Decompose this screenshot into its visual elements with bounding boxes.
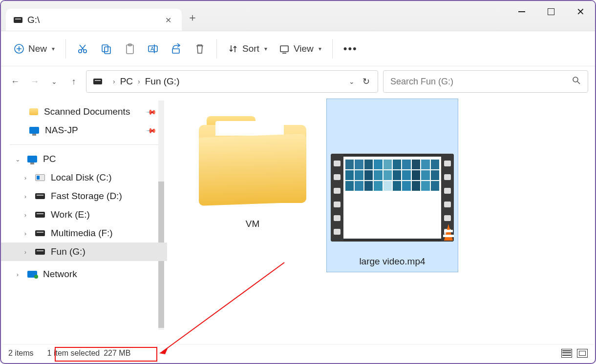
chevron-right-icon[interactable]: ›: [21, 193, 29, 200]
selection-status: 1 item selected: [47, 349, 100, 358]
drive-icon: [35, 193, 45, 199]
cut-button[interactable]: [71, 39, 94, 59]
sidebar-item-label: Scanned Documents: [44, 106, 130, 117]
recent-button[interactable]: ⌄: [47, 74, 62, 89]
monitor-icon: [29, 127, 39, 134]
tab-title: G:\: [27, 15, 40, 25]
copy-icon: [100, 43, 112, 55]
new-button[interactable]: New ▾: [8, 40, 61, 58]
local-disk-icon: [35, 174, 45, 181]
breadcrumb-pc[interactable]: PC: [119, 76, 134, 87]
search-icon[interactable]: [572, 76, 581, 87]
chevron-right-icon[interactable]: ›: [21, 174, 29, 182]
breadcrumb-separator: ›: [109, 78, 119, 85]
folder-icon: [29, 108, 38, 115]
sidebar-item-drive-g[interactable]: ›Fun (G:): [1, 243, 167, 261]
back-button[interactable]: ←: [8, 74, 22, 89]
sidebar-item-drive-e[interactable]: ›Work (E:): [1, 205, 167, 224]
sidebar-item-label: Fast Storage (D:): [51, 191, 122, 202]
pin-icon: 📌: [146, 124, 157, 136]
view-button[interactable]: View ▾: [273, 40, 327, 58]
divider: [332, 39, 333, 59]
up-button[interactable]: ↑: [66, 74, 81, 89]
svg-line-18: [577, 81, 580, 84]
svg-rect-8: [105, 47, 110, 54]
pc-icon: [27, 156, 37, 162]
copy-button[interactable]: [94, 39, 118, 59]
chevron-right-icon[interactable]: ›: [14, 271, 21, 278]
view-label: View: [294, 43, 314, 54]
more-button[interactable]: •••: [338, 42, 363, 55]
network-icon: [27, 271, 37, 278]
chevron-down-icon: ▾: [52, 45, 55, 52]
paste-button[interactable]: [118, 39, 141, 59]
drive-icon: [35, 230, 45, 236]
file-item-video[interactable]: large video.mp4: [326, 99, 458, 272]
item-count: 2 items: [8, 349, 34, 358]
sidebar-item-label: NAS-JP: [45, 125, 78, 136]
chevron-down-icon: ▾: [264, 45, 267, 52]
pin-icon: 📌: [146, 106, 157, 117]
drive-icon: [93, 79, 102, 84]
drive-icon: [35, 212, 45, 218]
toolbar: New ▾ A Sort ▾ View ▾ •••: [1, 31, 595, 66]
folder-item-vm[interactable]: VM: [187, 99, 319, 234]
chevron-down-icon[interactable]: ⌄: [14, 156, 21, 163]
add-tab-button[interactable]: ＋: [182, 7, 203, 28]
chevron-right-icon[interactable]: ›: [21, 248, 29, 256]
sidebar-item-drive-d[interactable]: ›Fast Storage (D:): [1, 187, 167, 205]
main-area: Scanned Documents 📌 NAS-JP 📌 ⌄ PC ›Local…: [1, 98, 595, 364]
sidebar-item-label: PC: [43, 154, 56, 164]
rename-button[interactable]: A: [141, 39, 165, 59]
plus-circle-icon: [14, 43, 24, 54]
close-tab-icon[interactable]: ✕: [162, 16, 174, 25]
close-window-button[interactable]: ✕: [566, 1, 595, 22]
file-list[interactable]: VM large video.mp4: [167, 98, 595, 364]
sidebar-item-drive-c[interactable]: ›Local Disk (C:): [1, 168, 167, 187]
new-label: New: [28, 43, 47, 54]
sidebar: Scanned Documents 📌 NAS-JP 📌 ⌄ PC ›Local…: [1, 98, 167, 364]
divider: [65, 39, 66, 59]
chevron-right-icon[interactable]: ›: [21, 230, 29, 237]
item-label: VM: [246, 219, 260, 229]
share-button[interactable]: [165, 39, 188, 59]
details-view-button[interactable]: [561, 349, 572, 358]
chevron-right-icon[interactable]: ›: [21, 211, 29, 219]
sort-icon: [228, 43, 238, 54]
search-input[interactable]: [390, 77, 572, 87]
scissors-icon: [77, 43, 88, 55]
svg-rect-7: [102, 45, 108, 52]
share-icon: [170, 43, 182, 55]
delete-button[interactable]: [188, 39, 212, 59]
forward-button[interactable]: →: [27, 74, 42, 89]
svg-text:A: A: [150, 46, 154, 52]
drive-icon: [14, 17, 22, 23]
sidebar-item-network[interactable]: ›Network: [1, 265, 167, 283]
video-thumbnail: [331, 154, 454, 242]
window-controls: ✕: [507, 1, 595, 22]
selection-size: 227 MB: [104, 349, 130, 358]
thumbnails-view-button[interactable]: [577, 349, 588, 358]
rename-icon: A: [147, 43, 159, 55]
breadcrumb-separator: ›: [134, 78, 144, 85]
view-icon: [279, 43, 290, 54]
history-chevron-icon[interactable]: ⌄: [349, 78, 355, 85]
refresh-button[interactable]: ↻: [362, 76, 370, 87]
breadcrumb-drive[interactable]: Fun (G:): [144, 76, 181, 87]
folder-icon: [199, 116, 306, 204]
sidebar-item-drive-f[interactable]: ›Multimedia (F:): [1, 224, 167, 243]
address-bar[interactable]: › PC › Fun (G:) ⌄ ↻: [86, 70, 378, 93]
sidebar-item-label: Fun (G:): [51, 246, 85, 257]
maximize-button[interactable]: [536, 1, 566, 22]
sidebar-item-pc[interactable]: ⌄ PC: [1, 150, 167, 168]
search-box[interactable]: [383, 70, 588, 93]
item-label: large video.mp4: [359, 256, 425, 267]
sidebar-item-label: Multimedia (F:): [51, 228, 113, 239]
minimize-button[interactable]: [507, 1, 536, 22]
sidebar-item-scanned[interactable]: Scanned Documents 📌: [1, 102, 167, 121]
trash-icon: [194, 43, 206, 55]
tab-g-drive[interactable]: G:\ ✕: [6, 9, 182, 31]
sort-button[interactable]: Sort ▾: [222, 40, 273, 58]
divider: [10, 144, 158, 145]
sidebar-item-nas[interactable]: NAS-JP 📌: [1, 121, 167, 140]
